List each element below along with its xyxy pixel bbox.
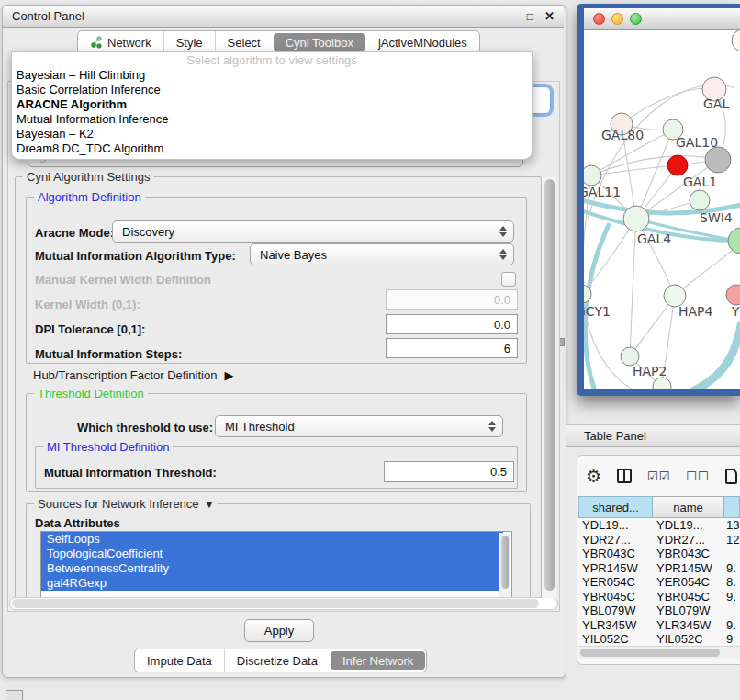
gear-icon[interactable]: ⚙	[586, 468, 601, 485]
tab-discretize-data[interactable]: Discretize Data	[224, 649, 330, 672]
traffic-light-close-icon[interactable]	[593, 13, 605, 25]
network-node-swi4[interactable]	[690, 190, 710, 210]
tab-style[interactable]: Style	[163, 31, 215, 53]
attribute-item[interactable]: gal4RGexp	[41, 576, 503, 591]
attributes-list-scrollbar[interactable]	[499, 533, 510, 597]
aracne-mode-combo[interactable]: Discovery	[112, 220, 514, 243]
algorithm-option[interactable]: Mutual Information Inference	[12, 112, 532, 127]
node-label: HAP2	[633, 364, 667, 378]
manual-kernel-label: Manual Kernel Width Definition	[35, 273, 211, 287]
expand-arrow-icon[interactable]: ▶	[224, 368, 233, 382]
network-window-titlebar[interactable]	[584, 8, 740, 30]
table-horizontal-scrollbar[interactable]	[578, 646, 740, 659]
table-row[interactable]: YDL19...YDL19...13	[578, 518, 740, 533]
kernel-width-label: Kernel Width (0,1):	[35, 298, 140, 311]
tab-select[interactable]: Select	[215, 31, 273, 53]
traffic-light-zoom-icon[interactable]	[630, 13, 642, 25]
settings-vertical-scrollbar[interactable]	[542, 177, 556, 598]
threshold-definition-title: Threshold Definition	[34, 387, 148, 401]
node-label: GCY1	[584, 304, 611, 319]
mi-threshold-definition-title: MI Threshold Definition	[43, 440, 173, 454]
data-attributes-label: Data Attributes	[35, 516, 120, 530]
network-node-gal1[interactable]	[667, 155, 688, 175]
table-row[interactable]: YBL079WYBL079W	[578, 604, 740, 618]
network-node[interactable]	[732, 30, 740, 51]
cyni-bottom-tabbar: Impute Data Discretize Data Infer Networ…	[134, 649, 427, 672]
columns-layout-icon[interactable]	[617, 469, 632, 483]
manual-kernel-checkbox[interactable]	[501, 272, 516, 287]
control-panel-title: Control Panel	[12, 9, 84, 23]
network-node[interactable]	[726, 285, 740, 305]
table-panel-title: Table Panel	[584, 429, 646, 443]
table-body: YDL19...YDL19...13 YDR27...YDR27...12 YB…	[578, 518, 740, 646]
which-threshold-combo[interactable]: MI Threshold	[215, 415, 503, 437]
node-label: GAL80	[601, 128, 644, 142]
attribute-item[interactable]: SelfLoops	[41, 532, 503, 547]
dpi-tolerance-field[interactable]: 0.0	[386, 314, 518, 334]
tab-impute-data[interactable]: Impute Data	[135, 649, 224, 672]
algorithm-option[interactable]: Bayesian – K2	[12, 127, 532, 141]
sources-group-title: Sources for Network Inference	[38, 497, 199, 511]
tab-infer-network[interactable]: Infer Network	[331, 651, 425, 670]
close-panel-icon[interactable]: ✕	[544, 9, 555, 23]
algorithm-option[interactable]: Dream8 DC_TDC Algorithm	[12, 141, 532, 156]
traffic-light-minimize-icon[interactable]	[611, 13, 623, 25]
node-label: SWI4	[700, 210, 733, 225]
kernel-width-field: 0.0	[386, 289, 518, 310]
network-node[interactable]	[653, 378, 671, 389]
column-header-clipped[interactable]	[724, 496, 740, 518]
select-all-icon[interactable]: ☑☑	[647, 469, 670, 483]
mi-steps-label: Mutual Information Steps:	[35, 347, 182, 361]
algorithm-option[interactable]: Bayesian – Hill Climbing	[12, 68, 532, 83]
node-label: Y	[731, 304, 740, 319]
node-label: GAL10	[676, 135, 718, 150]
hub-tf-definition-row[interactable]: Hub/Transcription Factor Definition ▶	[33, 368, 233, 382]
apply-button[interactable]: Apply	[244, 619, 314, 642]
column-header-name[interactable]: name	[653, 496, 724, 518]
table-panel-titlebar: Table Panel	[566, 424, 740, 447]
sources-group-title-wrap[interactable]: Sources for Network Inference ▼	[34, 497, 218, 511]
table-row[interactable]: YPR145WYPR145W9.	[578, 561, 740, 576]
aracne-mode-label: Aracne Mode:	[35, 226, 114, 240]
network-edge	[692, 322, 740, 389]
tab-cyni-toolbox[interactable]: Cyni Toolbox	[274, 33, 365, 51]
network-edge	[630, 219, 636, 356]
deselect-all-icon[interactable]: ☐☐	[686, 469, 709, 483]
tab-network[interactable]: Network	[78, 31, 163, 53]
algorithm-option[interactable]: Basic Correlation Inference	[12, 83, 532, 97]
algorithm-option-selected[interactable]: ARACNE Algorithm	[12, 97, 532, 112]
node-label: GAL4	[637, 231, 671, 246]
table-toolbar: ⚙ ☑☑ ☐☐	[586, 460, 740, 491]
algorithm-dropdown-popup: Select algorithm to view settings Bayesi…	[11, 51, 533, 160]
algorithm-placeholder: Select algorithm to view settings	[12, 52, 532, 68]
table-row[interactable]: YIL052CYIL052C9	[578, 632, 740, 646]
combo-stepper-icon	[499, 226, 507, 237]
control-panel-titlebar: Control Panel □ ✕	[3, 6, 564, 28]
table-row[interactable]: YBR043CYBR043C	[578, 547, 740, 561]
network-canvas[interactable]: GAL GAL80 GAL10 GAL1 GAL11 SWI4 GAL4 GCY…	[584, 30, 740, 389]
mi-threshold-field[interactable]: 0.5	[384, 461, 514, 482]
tab-network-label: Network	[107, 36, 151, 50]
collapse-arrow-icon[interactable]: ▼	[205, 499, 215, 510]
table-row[interactable]: YBR045CYBR045C9.	[578, 590, 740, 604]
network-node[interactable]	[728, 228, 740, 254]
table-row[interactable]: YLR345WYLR345W9.	[578, 618, 740, 633]
attribute-item[interactable]: BetweennessCentrality	[41, 561, 503, 576]
network-node-gal4[interactable]	[623, 206, 649, 231]
mi-steps-field[interactable]: 6	[386, 338, 518, 358]
minimized-panel-icon[interactable]	[6, 690, 23, 700]
column-header-shared[interactable]: shared...	[578, 496, 653, 518]
tab-jactivemnodules[interactable]: jActiveMNodules	[366, 31, 479, 53]
network-node[interactable]	[705, 147, 731, 173]
data-attributes-list[interactable]: SelfLoops TopologicalCoefficient Between…	[40, 531, 512, 599]
node-label: GAL11	[584, 185, 621, 199]
mi-algorithm-type-combo[interactable]: Naive Bayes	[250, 243, 514, 265]
file-export-icon[interactable]	[725, 469, 737, 484]
table-row[interactable]: YER054CYER054C8.	[578, 575, 740, 590]
float-window-icon[interactable]: □	[527, 10, 533, 23]
settings-horizontal-scrollbar[interactable]	[9, 597, 558, 610]
attribute-item[interactable]: TopologicalCoefficient	[41, 547, 503, 561]
network-node-hap2[interactable]	[621, 347, 639, 366]
table-row[interactable]: YDR27...YDR27...12	[578, 533, 740, 548]
network-node-gal11[interactable]	[584, 165, 601, 186]
